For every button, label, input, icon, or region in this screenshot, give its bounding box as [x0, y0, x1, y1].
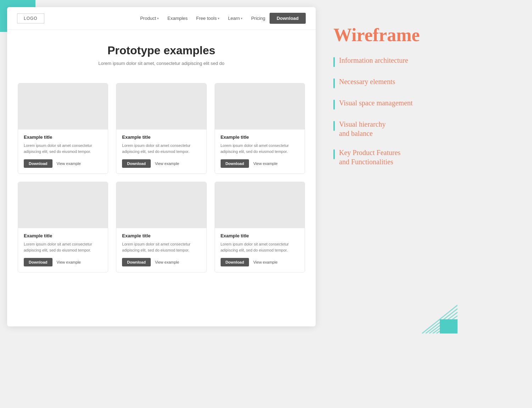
- cards-grid: Example title Lorem ipsum dolor sit amet…: [7, 73, 316, 287]
- card-2-actions: Download View example: [221, 159, 299, 168]
- sidebar-item-label-1: Necessary elements: [339, 77, 395, 86]
- teal-accent-bottom: [411, 298, 458, 333]
- sidebar-title: Wireframe: [333, 25, 436, 45]
- card-5-actions: Download View example: [221, 258, 299, 266]
- card-3-download-button[interactable]: Download: [24, 258, 52, 266]
- card-3: Example title Lorem ipsum dolor sit amet…: [18, 182, 108, 272]
- card-2-view-link[interactable]: View example: [253, 161, 277, 166]
- card-1: Example title Lorem ipsum dolor sit amet…: [116, 83, 206, 174]
- card-1-view-link[interactable]: View example: [155, 161, 179, 166]
- card-1-actions: Download View example: [122, 159, 200, 168]
- card-2-image: [215, 83, 305, 129]
- card-3-desc: Lorem ipsum dolor sit amet consectetur a…: [24, 241, 102, 253]
- card-0-view-link[interactable]: View example: [57, 161, 81, 166]
- nav-item-free-tools[interactable]: Free tools ▾: [196, 16, 220, 21]
- sidebar-item-3: Visual hierarchy and balance: [333, 120, 436, 138]
- sidebar-bar-0: [333, 57, 335, 67]
- sidebar-bar-2: [333, 100, 335, 110]
- card-0-desc: Lorem ipsum dolor sit amet consectetur a…: [24, 143, 102, 154]
- card-4-desc: Lorem ipsum dolor sit amet consectetur a…: [122, 241, 200, 253]
- card-2: Example title Lorem ipsum dolor sit amet…: [215, 83, 305, 174]
- card-1-body: Example title Lorem ipsum dolor sit amet…: [116, 129, 206, 173]
- right-sidebar: Wireframe Information architecture Neces…: [316, 7, 450, 326]
- card-4-title: Example title: [122, 233, 200, 238]
- card-3-body: Example title Lorem ipsum dolor sit amet…: [18, 228, 108, 272]
- card-1-desc: Lorem ipsum dolor sit amet consectetur a…: [122, 143, 200, 154]
- card-5-desc: Lorem ipsum dolor sit amet consectetur a…: [221, 241, 299, 253]
- teal-block-bottom-right: [440, 319, 458, 333]
- card-4: Example title Lorem ipsum dolor sit amet…: [116, 182, 206, 272]
- card-5-view-link[interactable]: View example: [253, 260, 277, 264]
- sidebar-item-0: Information architecture: [333, 56, 436, 67]
- card-0: Example title Lorem ipsum dolor sit amet…: [18, 83, 108, 174]
- main-card: LOGO Product ▾ Examples Free tools ▾ Lea…: [7, 7, 316, 326]
- chevron-down-icon: ▾: [241, 17, 243, 20]
- sidebar-item-1: Necessary elements: [333, 77, 436, 88]
- navbar: LOGO Product ▾ Examples Free tools ▾ Lea…: [7, 7, 316, 30]
- card-4-actions: Download View example: [122, 258, 200, 266]
- card-2-download-button[interactable]: Download: [221, 159, 249, 168]
- chevron-down-icon: ▾: [157, 17, 159, 20]
- chevron-down-icon: ▾: [218, 17, 220, 20]
- sidebar-item-label-0: Information architecture: [339, 56, 408, 65]
- card-2-body: Example title Lorem ipsum dolor sit amet…: [215, 129, 305, 173]
- card-5-title: Example title: [221, 233, 299, 238]
- card-4-image: [116, 182, 206, 228]
- sidebar-item-2: Visual space management: [333, 98, 436, 110]
- nav-item-learn[interactable]: Learn ▾: [228, 16, 243, 21]
- nav-item-product[interactable]: Product ▾: [140, 16, 159, 21]
- card-3-title: Example title: [24, 233, 102, 238]
- card-4-download-button[interactable]: Download: [122, 258, 151, 266]
- page-title: Prototype examples: [17, 44, 306, 57]
- hero-subtitle: Lorem ipsum dolor sit amet, consectetur …: [17, 61, 306, 66]
- nav-download-button[interactable]: Download: [270, 13, 306, 24]
- card-1-download-button[interactable]: Download: [122, 159, 151, 168]
- logo: LOGO: [17, 13, 44, 23]
- sidebar-items-list: Information architecture Necessary eleme…: [333, 56, 436, 166]
- card-5-body: Example title Lorem ipsum dolor sit amet…: [215, 228, 305, 272]
- sidebar-item-label-4: Key Product Features and Functionalities: [339, 148, 400, 166]
- sidebar-bar-1: [333, 78, 335, 88]
- card-1-title: Example title: [122, 134, 200, 140]
- hero-section: Prototype examples Lorem ipsum dolor sit…: [7, 30, 316, 73]
- card-5: Example title Lorem ipsum dolor sit amet…: [215, 182, 305, 272]
- card-0-title: Example title: [24, 134, 102, 140]
- sidebar-bar-3: [333, 121, 335, 131]
- sidebar-item-4: Key Product Features and Functionalities: [333, 148, 436, 166]
- nav-item-examples[interactable]: Examples: [167, 16, 188, 21]
- nav-item-pricing[interactable]: Pricing: [251, 16, 265, 21]
- card-1-image: [116, 83, 206, 129]
- card-2-desc: Lorem ipsum dolor sit amet consectetur a…: [221, 143, 299, 154]
- nav-links: Product ▾ Examples Free tools ▾ Learn ▾ …: [140, 16, 265, 21]
- card-0-image: [18, 83, 108, 129]
- card-0-body: Example title Lorem ipsum dolor sit amet…: [18, 129, 108, 173]
- card-5-download-button[interactable]: Download: [221, 258, 249, 266]
- card-0-download-button[interactable]: Download: [24, 159, 52, 168]
- card-0-actions: Download View example: [24, 159, 102, 168]
- sidebar-item-label-3: Visual hierarchy and balance: [339, 120, 386, 138]
- outer-wrapper: LOGO Product ▾ Examples Free tools ▾ Lea…: [7, 7, 525, 326]
- card-4-view-link[interactable]: View example: [155, 260, 179, 264]
- sidebar-item-label-2: Visual space management: [339, 98, 413, 107]
- card-5-image: [215, 182, 305, 228]
- card-2-title: Example title: [221, 134, 299, 140]
- card-4-body: Example title Lorem ipsum dolor sit amet…: [116, 228, 206, 272]
- sidebar-bar-4: [333, 149, 335, 159]
- card-3-image: [18, 182, 108, 228]
- card-3-view-link[interactable]: View example: [57, 260, 81, 264]
- card-3-actions: Download View example: [24, 258, 102, 266]
